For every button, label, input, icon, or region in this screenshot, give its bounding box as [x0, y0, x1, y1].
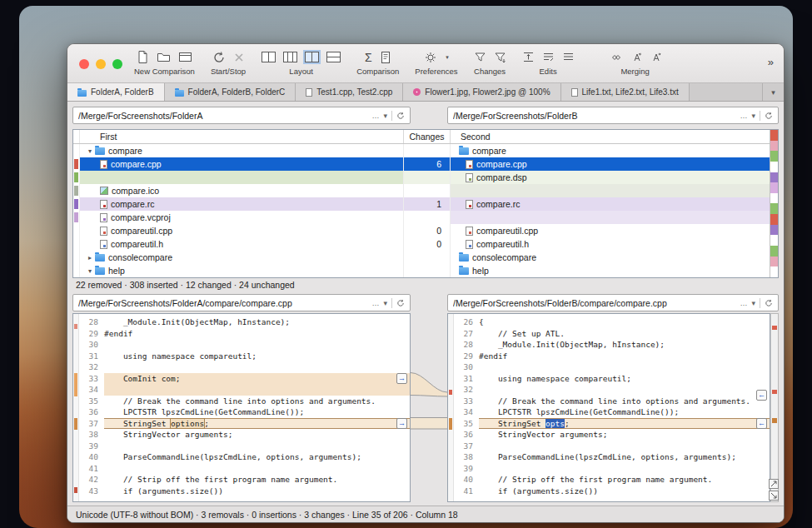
left-code-pane[interactable]: 28 _Module.Init(ObjectMap, hInstance);29… — [72, 313, 411, 502]
tree-chevron-icon[interactable]: ▾ — [85, 147, 95, 155]
right-code-line-32[interactable]: 32 — [454, 384, 770, 396]
layout-three-pane-icon[interactable] — [283, 52, 297, 62]
left-code-line-30[interactable]: 30 — [79, 339, 410, 351]
folder-row-compare[interactable]: ▾comparecompare — [73, 144, 770, 157]
column-header-first[interactable]: First — [80, 130, 404, 143]
right-code-line-31[interactable]: 31 using namespace compareutil; — [454, 373, 770, 385]
path-dropdown-icon[interactable]: ▾ — [751, 112, 755, 120]
left-folder-path-bar[interactable]: /Merge/ForScreenshots/FolderA … ▾ — [72, 107, 411, 124]
left-code-line-39[interactable]: 39 — [79, 441, 410, 452]
tab-1[interactable]: FolderA, FolderB — [67, 83, 165, 101]
left-code-line-35[interactable]: 35 // Break the command line into option… — [79, 396, 410, 407]
folder-row-compare.rc[interactable]: compare.rc1compare.rc — [73, 197, 770, 211]
layout-two-pane-icon[interactable] — [262, 52, 276, 62]
folder-change-map[interactable] — [770, 130, 778, 277]
left-code-line-32[interactable]: 32 — [79, 361, 410, 373]
tab-3[interactable]: Test1.cpp, Test2.cpp — [296, 83, 403, 101]
remove-edit-icon[interactable] — [562, 51, 575, 63]
window-titlebar[interactable]: New Comparison Start/Stop — [67, 44, 784, 83]
right-folder-path-bar[interactable]: /Merge/ForScreenshots/FolderB … ▾ — [447, 107, 779, 124]
refresh-icon[interactable] — [396, 112, 405, 120]
path-dropdown-icon[interactable]: ▾ — [383, 112, 387, 120]
path-menu-icon[interactable]: … — [371, 299, 379, 307]
expand-pane-button-bottom[interactable] — [769, 491, 779, 501]
close-window-button[interactable] — [79, 59, 89, 69]
copy-change-to-right-button-1[interactable]: → — [396, 373, 407, 384]
path-dropdown-icon[interactable]: ▾ — [751, 299, 755, 307]
folder-row-compare.dsp[interactable]: compare.dsp — [73, 171, 770, 184]
stop-comparison-icon[interactable] — [233, 52, 245, 63]
report-icon[interactable] — [380, 51, 391, 64]
left-code-line-41[interactable]: 41 — [79, 463, 410, 475]
layout-two-column-selected-icon[interactable] — [305, 52, 319, 62]
path-menu-icon[interactable]: … — [371, 112, 379, 120]
right-code-line-34[interactable]: 34 LPCTSTR lpszCmdLine(GetCommandLine())… — [454, 406, 770, 418]
copy-change-to-left-button-2[interactable]: ← — [756, 418, 767, 429]
refresh-icon[interactable] — [396, 299, 405, 307]
right-code-pane[interactable]: 26{27 // Set up ATL.28 _Module.Init(Obje… — [447, 313, 770, 502]
right-code-line-36[interactable]: 36 StringVector arguments; — [454, 429, 770, 441]
right-code-line-41[interactable]: 41 if (arguments.size()) — [454, 486, 770, 497]
edit-list-icon[interactable] — [542, 51, 555, 63]
left-code-line-43[interactable]: 43 if (arguments.size()) — [79, 486, 410, 497]
previous-change-icon[interactable] — [474, 51, 486, 63]
column-header-second[interactable]: Second — [451, 130, 778, 143]
right-code-line-30[interactable]: 30 — [454, 361, 770, 373]
right-code-line-38[interactable]: 38 ParseCommandLine(lpszCmdLine, options… — [454, 451, 770, 463]
new-tab-icon[interactable] — [178, 51, 192, 63]
left-file-path-bar[interactable]: /Merge/ForScreenshots/FolderA/compare/co… — [72, 294, 411, 311]
left-code-line-36[interactable]: 36 LPCTSTR lpszCmdLine(GetCommandLine())… — [79, 406, 410, 418]
left-code-line-37[interactable]: 37 StringSet options; — [79, 418, 410, 430]
path-menu-icon[interactable]: … — [740, 299, 747, 307]
zoom-window-button[interactable] — [112, 59, 122, 69]
folder-row-compareutil.cpp[interactable]: compareutil.cpp0compareutil.cpp — [73, 224, 770, 237]
layout-stacked-icon[interactable] — [326, 52, 341, 62]
insert-edit-icon[interactable] — [522, 51, 535, 63]
refresh-icon[interactable] — [765, 299, 773, 307]
tab-5[interactable]: Life1.txt, Life2.txt, Life3.txt — [561, 83, 690, 101]
gear-icon[interactable] — [424, 51, 437, 64]
merge-both-icon[interactable] — [609, 52, 624, 63]
path-menu-icon[interactable]: … — [740, 112, 747, 120]
folder-row-consolecompare[interactable]: ▸consolecompareconsolecompare — [73, 251, 770, 264]
left-code-line-38[interactable]: 38 StringVector arguments; — [79, 429, 410, 441]
left-code-line-29[interactable]: 29#endif — [79, 328, 410, 340]
folder-row-compare.cpp[interactable]: compare.cpp6compare.cpp — [73, 157, 770, 171]
right-code-line-35[interactable]: 35 StringSet opts; — [454, 418, 770, 430]
folder-row-help[interactable]: ▾helphelp — [73, 264, 770, 277]
merge-right-icon[interactable] — [650, 52, 662, 63]
column-header-changes[interactable]: Changes — [404, 130, 451, 143]
tree-chevron-icon[interactable]: ▾ — [85, 267, 95, 275]
left-code-line-33[interactable]: 33 ComInit com; — [79, 373, 410, 385]
left-code-line-28[interactable]: 28 _Module.Init(ObjectMap, hInstance); — [79, 316, 410, 328]
left-code-line-34[interactable]: 34 — [79, 384, 410, 396]
right-code-line-26[interactable]: 26{ — [454, 316, 770, 328]
statistics-icon[interactable]: Σ — [365, 52, 372, 63]
expand-pane-button-top[interactable] — [769, 479, 779, 489]
left-code-line-42[interactable]: 42 // Strip off the first program name a… — [79, 474, 410, 486]
right-code-line-29[interactable]: 29#endif — [454, 351, 770, 362]
right-code-line-27[interactable]: 27 // Set up ATL. — [454, 328, 770, 340]
copy-change-to-right-button-2[interactable]: → — [396, 418, 407, 429]
refresh-icon[interactable] — [765, 112, 773, 120]
tab-4[interactable]: Flower1.jpg, Flower2.jpg @ 100% — [403, 83, 560, 101]
path-dropdown-icon[interactable]: ▾ — [383, 299, 387, 307]
minimize-window-button[interactable] — [96, 59, 106, 69]
tab-overflow-button[interactable]: ▾ — [762, 83, 784, 101]
merge-left-icon[interactable] — [631, 52, 643, 63]
right-code-line-39[interactable]: 39 — [454, 463, 770, 475]
new-text-comparison-icon[interactable] — [137, 50, 149, 64]
toolbar-overflow-button[interactable]: » — [768, 49, 774, 68]
right-code-line-33[interactable]: 33 // Break the command line into option… — [454, 396, 770, 407]
new-folder-comparison-icon[interactable] — [157, 51, 171, 63]
right-file-path-bar[interactable]: /Merge/ForScreenshots/FolderB/compare/co… — [447, 294, 779, 311]
folder-row-compare.ico[interactable]: compare.ico — [73, 184, 770, 197]
file-change-map[interactable] — [770, 313, 779, 502]
left-code-line-31[interactable]: 31 using namespace compareutil; — [79, 351, 410, 362]
right-code-line-37[interactable]: 37 — [454, 441, 770, 452]
right-code-line-40[interactable]: 40 // Strip off the first program name a… — [454, 474, 770, 486]
copy-change-to-left-button-1[interactable]: ← — [756, 390, 767, 401]
tab-2[interactable]: FolderA, FolderB, FolderC — [165, 83, 296, 101]
right-code-line-28[interactable]: 28 _Module.Init(ObjectMap, hInstance); — [454, 339, 770, 351]
folder-row-compare.vcproj[interactable]: compare.vcproj — [73, 211, 770, 224]
